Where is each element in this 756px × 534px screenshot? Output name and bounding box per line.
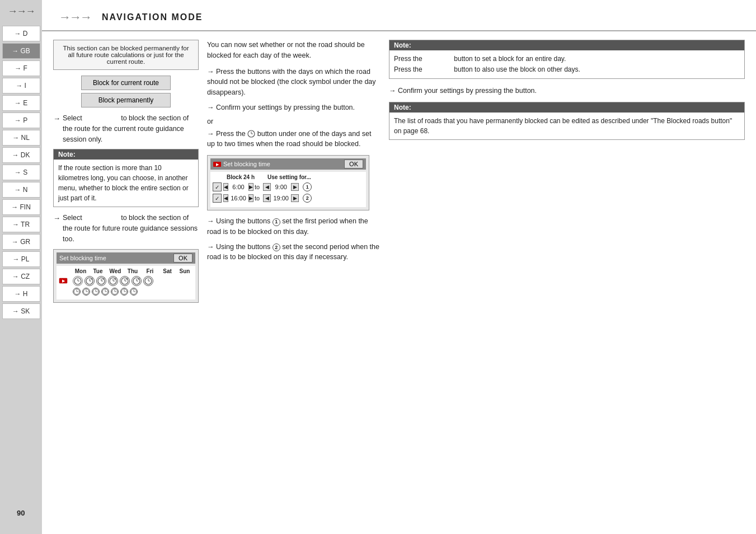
note-box-right-1: Note: Press the button to set a block fo…	[389, 40, 745, 79]
day-sat: Sat	[159, 268, 175, 274]
clock2-mon[interactable]	[73, 288, 81, 296]
dialog-ok-small[interactable]: OK	[173, 254, 192, 263]
dlg-body: Block 24 h Use setting for... ◀ 6:00 ▶ t…	[210, 172, 366, 207]
right-column: Note: Press the button to set a block fo…	[389, 40, 745, 308]
dlg-time-row1: ◀ 6:00 ▶ to ◀ 9:00 ▶ 1	[213, 182, 364, 191]
note-title-right-1: Note:	[389, 40, 744, 50]
sidebar-item-i[interactable]: → I	[2, 78, 40, 93]
checkbox-2[interactable]	[213, 194, 222, 203]
left-arrow-1b[interactable]: ◀	[263, 183, 271, 191]
checkbox-1[interactable]	[213, 182, 222, 191]
right-arrow-1b[interactable]: ▶	[291, 183, 299, 191]
left-arrow-1a[interactable]: ◀	[223, 183, 228, 191]
day-sun: Sun	[177, 268, 192, 274]
sidebar-item-s[interactable]: → S	[2, 165, 40, 180]
page-title: NAVIGATION MODE	[102, 12, 203, 22]
svg-point-20	[126, 278, 128, 280]
svg-point-16	[114, 278, 116, 280]
clock2-sun[interactable]	[130, 288, 138, 296]
sidebar-item-h[interactable]: → H	[2, 286, 40, 302]
bullet-text-using-2: → Using the buttons 2 set the second per…	[207, 242, 381, 263]
sidebar-item-gb[interactable]: → GB	[2, 43, 40, 59]
block-current-route-button[interactable]: Block for current route	[81, 76, 171, 90]
day-fri: Fri	[142, 268, 158, 274]
left-arrow-2a[interactable]: ◀	[223, 194, 228, 202]
bullet-using-1: → Using the buttons 1 set the first peri…	[207, 216, 381, 237]
block-permanently-button[interactable]: Block permanently	[81, 93, 171, 107]
sidebar-item-pl[interactable]: → PL	[2, 251, 40, 267]
note-right-line1: Press the button to set a block for an e…	[394, 55, 566, 63]
header-arrows-icon: →→→	[59, 10, 91, 25]
clock2-tue[interactable]	[82, 288, 90, 296]
right-arrow-1a[interactable]: ▶	[248, 183, 253, 191]
to-label-2: to	[255, 195, 260, 202]
bullet-select-current: → Select to block the section of the rou…	[53, 113, 199, 144]
clock-sat[interactable]	[132, 276, 142, 286]
bullet-press-clock: → Press the button under one of the days…	[207, 129, 381, 150]
svg-point-24	[138, 278, 140, 280]
sidebar: →→→ → D → GB → F → I → E → P → NL → DK →…	[0, 0, 42, 534]
info-box: This section can be blocked permanently …	[53, 40, 199, 70]
days-header-row: Mon Tue Wed Thu Fri Sat Sun	[59, 268, 193, 274]
circle-1: 1	[303, 182, 312, 191]
bullet-text-using-1: → Using the buttons 1 set the first peri…	[207, 216, 381, 237]
dialog-header-small: Set blocking time OK	[57, 252, 195, 264]
clock2-sat[interactable]	[120, 288, 128, 296]
sidebar-item-n[interactable]: → N	[2, 182, 40, 198]
note-right-line2: Press the button to also use the block o…	[394, 65, 580, 73]
day-mon: Mon	[73, 268, 88, 274]
dlg-title-large: Set blocking time	[223, 161, 270, 167]
clock-mon[interactable]	[73, 276, 83, 286]
clock-thu[interactable]	[108, 276, 118, 286]
clock2-thu[interactable]	[101, 288, 109, 296]
sidebar-item-p[interactable]: → P	[2, 113, 40, 128]
note-content-right-1: Press the button to set a block for an e…	[389, 50, 744, 78]
day-tue: Tue	[90, 268, 106, 274]
dlg-time-row2: ◀ 16:00 ▶ to ◀ 19:00 ▶ 2	[213, 194, 364, 203]
sidebar-item-sk[interactable]: → SK	[2, 303, 40, 319]
sidebar-item-cz[interactable]: → CZ	[2, 269, 40, 284]
sidebar-item-fin[interactable]: → FIN	[2, 199, 40, 215]
right-arrow-2a[interactable]: ▶	[248, 194, 253, 202]
sidebar-item-dk[interactable]: → DK	[2, 147, 40, 163]
bullet-text-2: Select to block the section of the route…	[63, 213, 199, 244]
left-arrow-2b[interactable]: ◀	[263, 194, 271, 202]
bullet-confirm-right: → Confirm your settings by pressing the …	[389, 86, 745, 96]
time-from-1: 6:00	[229, 184, 247, 190]
main-content: →→→ NAVIGATION MODE This section can be …	[42, 0, 756, 534]
content-area: This section can be blocked permanently …	[42, 31, 756, 317]
day-wed: Wed	[107, 268, 123, 274]
clock-sun[interactable]	[143, 276, 153, 286]
sidebar-item-tr[interactable]: → TR	[2, 217, 40, 232]
dlg-ok-large[interactable]: OK	[344, 160, 363, 168]
right-arrow-2b[interactable]: ▶	[291, 194, 299, 202]
or-text: or	[207, 118, 381, 125]
clock2-fri[interactable]	[111, 288, 119, 296]
page-number: 90	[17, 509, 25, 517]
note-content-1: If the route section is more than 10 kil…	[54, 160, 198, 207]
circle-2: 2	[303, 194, 312, 203]
sidebar-item-gr[interactable]: → GR	[2, 234, 40, 250]
sidebar-item-d[interactable]: → D	[2, 26, 40, 41]
arrow-icon-1: →	[53, 113, 60, 124]
sidebar-item-nl[interactable]: → NL	[2, 130, 40, 146]
clock-wed[interactable]	[96, 276, 106, 286]
clock-fri[interactable]	[120, 276, 130, 286]
bullet-confirm-1: → Confirm your settings by pressing the …	[207, 102, 381, 113]
time-to-1: 9:00	[272, 184, 290, 190]
note-box-right-2: Note: The list of roads that you have pe…	[389, 102, 745, 140]
day-thu: Thu	[125, 268, 140, 274]
sidebar-item-f[interactable]: → F	[2, 60, 40, 76]
clock-inline-icon	[247, 130, 255, 138]
dialog-grid: Mon Tue Wed Thu Fri Sat Sun ▶	[57, 266, 195, 299]
bullet-select-future: → Select to block the section of the rou…	[53, 213, 199, 244]
sidebar-item-e[interactable]: → E	[2, 95, 40, 111]
clock-tue[interactable]	[84, 276, 95, 286]
blocking-time-dialog-small: Set blocking time OK Mon Tue Wed Thu Fri…	[53, 249, 199, 303]
time-to-2: 19:00	[272, 195, 290, 202]
header: →→→ NAVIGATION MODE	[42, 0, 756, 31]
clock2-wed[interactable]	[92, 288, 100, 296]
clock-row2	[59, 288, 193, 296]
dlg-nav-icon: ▶	[213, 160, 221, 168]
bullet-text-confirm-1: → Confirm your settings by pressing the …	[207, 102, 355, 113]
